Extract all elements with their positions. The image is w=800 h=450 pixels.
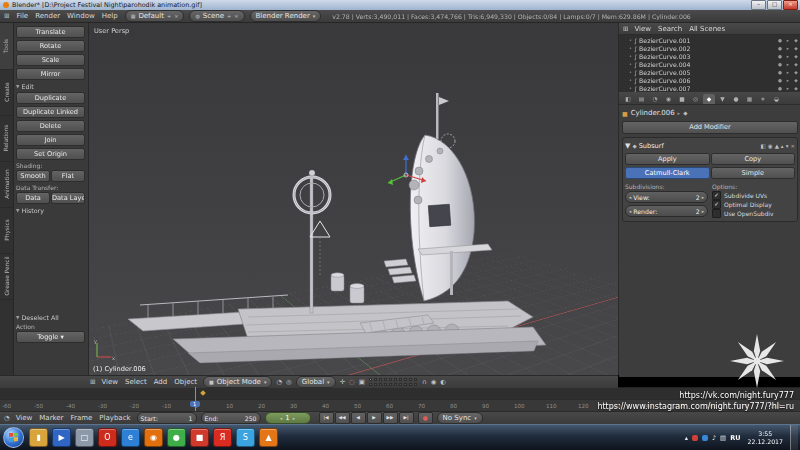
playback-button[interactable]: ▶ xyxy=(367,412,382,424)
tool-button[interactable]: Translate xyxy=(16,26,85,38)
timeline-menu-item[interactable]: Frame xyxy=(69,414,95,422)
add-scene-icon[interactable]: + xyxy=(227,13,231,19)
remove-scene-icon[interactable]: × xyxy=(234,13,238,19)
modifiers-tab[interactable]: ◆ xyxy=(703,94,715,104)
add-layout-icon[interactable]: + xyxy=(167,13,171,19)
ship-model[interactable] xyxy=(88,23,618,375)
manipulator-rotate-icon[interactable]: ◌ xyxy=(349,378,355,386)
object-data-tab[interactable]: ▼ xyxy=(717,94,729,104)
layer-toggle[interactable] xyxy=(399,383,402,386)
modifier-option[interactable]: ✓Subdivide UVs xyxy=(712,191,795,200)
outliner-item[interactable]: •∫BezierCurve.005●▸◆ xyxy=(621,68,799,76)
checkbox-icon[interactable]: ✓ xyxy=(712,200,721,209)
modifier-panel-header[interactable]: ▼ ◆ Subsurf ◧ ◉ ▲ ▴ ▾ × xyxy=(625,140,795,151)
viewport-menu-item[interactable]: View xyxy=(99,378,120,386)
move-down-icon[interactable]: ▾ xyxy=(786,143,789,149)
apply-button[interactable]: Apply xyxy=(625,153,710,165)
layer-toggle[interactable] xyxy=(389,383,392,386)
selectable-icon[interactable]: ▸ xyxy=(785,62,791,67)
current-frame-marker[interactable]: 1 xyxy=(190,401,200,407)
outliner-menu-item[interactable]: All Scenes xyxy=(687,25,727,33)
object-tab[interactable]: ■ xyxy=(676,94,688,104)
shading-button[interactable]: Flat xyxy=(51,170,85,182)
clock[interactable]: 3:55 22.12.2017 xyxy=(745,430,786,445)
modifier-option[interactable]: ✓Optimal Display xyxy=(712,200,795,209)
manipulator-scale-icon[interactable]: ▣ xyxy=(359,378,365,386)
increment-icon[interactable]: ▸ xyxy=(702,209,704,214)
timeline-menu-item[interactable]: View xyxy=(14,414,35,422)
modifier-option[interactable]: Use OpenSubdiv xyxy=(712,209,795,218)
render-toggle-icon[interactable]: ◧ xyxy=(761,143,766,149)
layer-toggle[interactable] xyxy=(374,383,377,386)
hidden-icons-icon[interactable]: ▴ xyxy=(685,434,688,442)
shading-button[interactable]: Smooth xyxy=(16,170,50,182)
editor-type-icon[interactable]: ⊞ xyxy=(90,378,95,386)
skype-icon[interactable]: S xyxy=(236,428,255,447)
view-subdivisions-field[interactable]: ◂ View: 2 ▸ xyxy=(625,191,708,203)
layer-toggle[interactable] xyxy=(369,378,372,381)
tool-button[interactable]: Duplicate Linked xyxy=(16,106,85,118)
vlc-icon[interactable]: ▲ xyxy=(259,428,278,447)
toolshelf-tab[interactable]: Relations xyxy=(0,115,13,162)
window-titlebar[interactable]: Blender* [D:\Project Festival Night\paro… xyxy=(0,0,800,10)
current-frame-line[interactable] xyxy=(195,387,196,411)
decrement-icon[interactable]: ◂ xyxy=(629,209,631,214)
hide-icon[interactable]: ● xyxy=(777,70,783,75)
layer-toggle[interactable] xyxy=(409,383,412,386)
layer-toggle[interactable] xyxy=(414,378,417,381)
mode-selector[interactable]: ■ Object Mode ▾ xyxy=(203,376,272,388)
start-frame-field[interactable]: Start: 1 xyxy=(137,412,197,424)
layer-toggle[interactable] xyxy=(414,383,417,386)
viewport-menu-item[interactable]: Add xyxy=(152,378,170,386)
selectable-icon[interactable]: ▸ xyxy=(785,38,791,43)
tool-button[interactable]: Scale xyxy=(16,54,85,66)
tool-button[interactable]: Rotate xyxy=(16,40,85,52)
hide-icon[interactable]: ● xyxy=(777,46,783,51)
tool-button[interactable]: Delete xyxy=(16,120,85,132)
layer-toggle[interactable] xyxy=(369,383,372,386)
expand-icon[interactable]: ▼ xyxy=(625,142,630,150)
media-player-icon[interactable]: ▶ xyxy=(52,428,71,447)
world-tab[interactable]: ◉ xyxy=(663,94,675,104)
selectable-icon[interactable]: ▸ xyxy=(785,78,791,83)
outliner-item[interactable]: •∫BezierCurve.003●▸◆ xyxy=(621,52,799,60)
breadcrumb-object-name[interactable]: Cylinder.006 xyxy=(631,109,675,117)
increment-icon[interactable]: ▸ xyxy=(702,195,704,200)
viewport-menu-item[interactable]: Object xyxy=(172,378,199,386)
language-indicator[interactable]: RU xyxy=(730,434,740,442)
playback-button[interactable]: ◀ xyxy=(351,412,366,424)
outliner-menu-item[interactable]: Search xyxy=(656,25,684,33)
playback-button[interactable]: ◀◀ xyxy=(335,412,350,424)
layer-toggle[interactable] xyxy=(404,378,407,381)
layer-toggle[interactable] xyxy=(384,378,387,381)
snap-magnet-icon[interactable]: ∩ xyxy=(422,378,427,386)
viewport-shading-icon[interactable]: ◔ xyxy=(276,378,282,386)
outliner-item[interactable]: •∫BezierCurve.004●▸◆ xyxy=(621,60,799,68)
current-frame-field[interactable]: ◂ 1 ▸ xyxy=(265,412,311,424)
close-button[interactable]: × xyxy=(783,0,798,10)
firefox-browser-icon[interactable]: ◉ xyxy=(144,428,163,447)
render-icon[interactable]: ◆ xyxy=(793,78,799,83)
layer-toggle[interactable] xyxy=(374,378,377,381)
scene-tab[interactable]: ◔ xyxy=(649,94,661,104)
tool-button[interactable]: Join xyxy=(16,134,85,146)
toolshelf-tab[interactable]: Tools xyxy=(0,23,13,70)
green-app-icon[interactable]: ● xyxy=(167,428,186,447)
topbar-menu-item[interactable]: File xyxy=(14,12,30,20)
show-desktop-button[interactable] xyxy=(790,425,798,450)
selectable-icon[interactable]: ▸ xyxy=(785,46,791,51)
hide-icon[interactable]: ● xyxy=(777,54,783,59)
topbar-menu-item[interactable]: Window xyxy=(65,12,97,20)
render-icon[interactable]: ◆ xyxy=(793,70,799,75)
action-dropdown[interactable]: Toggle ▾ xyxy=(16,331,85,343)
hide-icon[interactable]: ● xyxy=(777,86,783,91)
tray-app-icon[interactable] xyxy=(702,435,708,441)
timeline-menu-item[interactable]: Marker xyxy=(37,414,65,422)
decrement-icon[interactable]: ◂ xyxy=(629,195,631,200)
render-layers-tab[interactable]: ▤ xyxy=(636,94,648,104)
internet-explorer-icon[interactable]: e xyxy=(121,428,140,447)
tray-app-icon[interactable] xyxy=(692,435,698,441)
screen-layout-selector[interactable]: ▦ Default + × xyxy=(125,10,185,22)
outliner-item[interactable]: •∫BezierCurve.007●▸◆ xyxy=(621,84,799,92)
selectable-icon[interactable]: ▸ xyxy=(785,70,791,75)
